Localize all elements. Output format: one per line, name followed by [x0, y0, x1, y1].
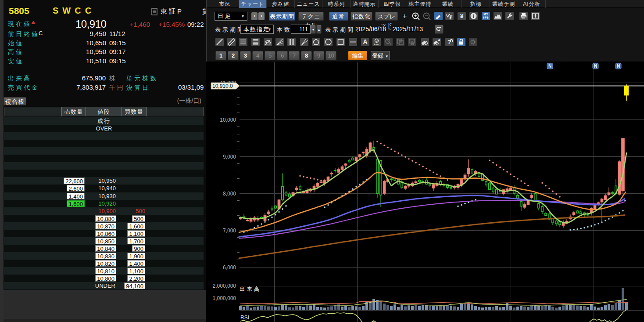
- svg-text:7,000: 7,000: [223, 228, 236, 234]
- svg-text:i: i: [473, 14, 474, 19]
- svg-text:2,000,000: 2,000,000: [213, 283, 236, 289]
- svg-text:MY: MY: [483, 13, 488, 16]
- svg-text:N: N: [617, 64, 620, 69]
- svg-text:N: N: [594, 64, 597, 69]
- svg-text:N: N: [548, 64, 551, 69]
- svg-text:RSI: RSI: [240, 315, 249, 321]
- svg-text:出来高: 出来高: [240, 286, 261, 292]
- svg-text:10,000: 10,000: [220, 117, 236, 123]
- svg-text:A: A: [438, 38, 440, 42]
- svg-text:9,000: 9,000: [223, 154, 236, 160]
- svg-text:icon: icon: [374, 43, 379, 46]
- svg-text:10,910.0: 10,910.0: [212, 83, 233, 89]
- svg-text:6,000: 6,000: [223, 264, 236, 271]
- svg-text:8,000: 8,000: [223, 191, 236, 197]
- svg-text:1,000,000: 1,000,000: [213, 295, 236, 301]
